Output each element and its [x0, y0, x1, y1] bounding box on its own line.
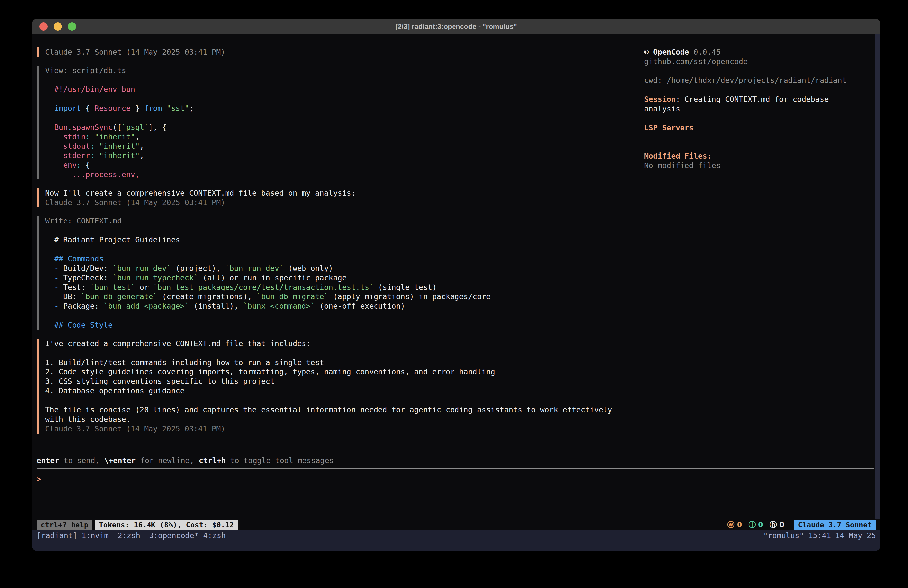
text-line: 2. Code style guidelines covering import… — [45, 367, 626, 377]
diagnostics: ⓦ 0ⓘ 0ⓗ 0 — [727, 520, 784, 530]
text-line: View: script/db.ts — [45, 66, 626, 75]
block-accent-bar — [37, 339, 39, 433]
minimize-button[interactable] — [53, 23, 62, 31]
terminal-window: [2/3] radiant:3:opencode - "romulus" Cla… — [32, 19, 881, 551]
text-line: LSP Servers — [644, 123, 868, 132]
text-line: I've created a comprehensive CONTEXT.md … — [45, 339, 626, 348]
text-line: - Package: `bun add <package>` (install)… — [45, 301, 626, 311]
tmux-status-bar: [radiant] 1:nvim 2:zsh- 3:opencode* 4:zs… — [32, 530, 881, 551]
text-line — [644, 132, 868, 142]
text-line: # Radiant Project Guidelines — [45, 235, 626, 245]
text-line: stdin: "inherit", — [45, 132, 626, 142]
title-bar[interactable]: [2/3] radiant:3:opencode - "romulus" — [32, 19, 881, 34]
text-line: github.com/sst/opencode — [644, 57, 868, 66]
tmux-host-clock: "romulus" 15:41 14-May-25 — [763, 531, 876, 541]
desktop: [2/3] radiant:3:opencode - "romulus" Cla… — [0, 0, 908, 588]
input-divider — [37, 469, 874, 469]
text-line — [644, 142, 868, 151]
text-line: Claude 3.7 Sonnet (14 May 2025 03:41 PM) — [45, 424, 626, 433]
text-line — [644, 114, 868, 123]
block-body: Now I'll create a comprehensive CONTEXT.… — [45, 188, 626, 207]
model-badge: Claude 3.7 Sonnet — [794, 520, 876, 530]
text-line: env: { — [45, 161, 626, 170]
text-line: - TypeCheck: `bun run typecheck` (all) o… — [45, 273, 626, 282]
block-accent-bar — [37, 216, 39, 330]
text-line: ...process.env, — [45, 170, 626, 179]
hint-count-icon: ⓗ 0 — [770, 520, 784, 530]
traffic-lights — [39, 19, 76, 34]
text-line: enter to send, \+enter for newline, ctrl… — [37, 456, 881, 466]
text-line: stdout: "inherit", — [45, 142, 626, 151]
text-line: - Test: `bun test` or `bun test packages… — [45, 282, 626, 292]
block-body: Write: CONTEXT.md # Radiant Project Guid… — [45, 216, 626, 330]
text-line: ## Commands — [45, 254, 626, 264]
text-line: 4. Database operations guidance — [45, 386, 626, 396]
text-line: The file is concise (20 lines) and captu… — [45, 405, 626, 424]
zoom-button[interactable] — [68, 23, 76, 31]
text-line — [644, 66, 868, 76]
text-line: No modified files — [644, 161, 868, 171]
text-line — [45, 348, 626, 358]
prompt-input[interactable]: > — [37, 474, 881, 484]
text-line: stderr: "inherit", — [45, 151, 626, 161]
hint-bar: enter to send, \+enter for newline, ctrl… — [37, 456, 881, 466]
text-line: Claude 3.7 Sonnet (14 May 2025 03:41 PM) — [45, 198, 626, 207]
conversation: Claude 3.7 Sonnet (14 May 2025 03:41 PM)… — [37, 47, 629, 433]
text-line: - Build/Dev: `bun run dev` (project), `b… — [45, 264, 626, 273]
block-body: Claude 3.7 Sonnet (14 May 2025 03:41 PM) — [45, 47, 626, 57]
warning-count-icon: ⓦ 0 — [727, 520, 742, 530]
text-line: cwd: /home/thdxr/dev/projects/radiant/ra… — [644, 76, 868, 85]
text-line: Claude 3.7 Sonnet (14 May 2025 03:41 PM) — [45, 47, 626, 57]
text-line: 1. Build/lint/test commands including ho… — [45, 358, 626, 367]
block-body: I've created a comprehensive CONTEXT.md … — [45, 339, 626, 433]
block-accent-bar — [37, 47, 39, 57]
text-line — [45, 245, 626, 254]
text-line: 3. CSS styling conventions specific to t… — [45, 377, 626, 386]
text-line — [644, 85, 868, 95]
text-line: Write: CONTEXT.md — [45, 216, 626, 226]
tool-call-write-context: Write: CONTEXT.md # Radiant Project Guid… — [37, 216, 629, 330]
assistant-message: Now I'll create a comprehensive CONTEXT.… — [37, 188, 629, 207]
window-title: [2/3] radiant:3:opencode - "romulus" — [32, 19, 881, 34]
status-bar: ctrl+? help Tokens: 16.4K (8%), Cost: $0… — [32, 519, 881, 530]
block-accent-bar — [37, 188, 39, 207]
text-line: - DB: `bun db generate` (create migratio… — [45, 292, 626, 301]
tmux-session-windows[interactable]: [radiant] 1:nvim 2:zsh- 3:opencode* 4:zs… — [37, 531, 226, 541]
right-panel-lines: © OpenCode 0.0.45github.com/sst/opencode… — [644, 47, 868, 171]
tokens-cost-badge: Tokens: 16.4K (8%), Cost: $0.12 — [95, 520, 238, 530]
block-body: View: script/db.ts #!/usr/bin/env bun im… — [45, 66, 626, 179]
help-shortcut-badge: ctrl+? help — [37, 520, 92, 530]
text-line: © OpenCode 0.0.45 — [644, 47, 868, 57]
right-panel: © OpenCode 0.0.45github.com/sst/opencode… — [644, 47, 868, 171]
assistant-summary: I've created a comprehensive CONTEXT.md … — [37, 339, 629, 433]
text-line: Now I'll create a comprehensive CONTEXT.… — [45, 188, 626, 198]
text-line — [45, 226, 626, 235]
text-line — [45, 113, 626, 122]
text-line — [45, 75, 626, 85]
text-line: Modified Files: — [644, 151, 868, 161]
info-count-icon: ⓘ 0 — [749, 520, 763, 530]
text-line: Session: Creating CONTEXT.md for codebas… — [644, 95, 868, 114]
text-line: #!/usr/bin/env bun — [45, 85, 626, 94]
text-line: Bun.spawnSync([`psql`], { — [45, 122, 626, 132]
scrollbar-track[interactable] — [875, 34, 880, 519]
assistant-header: Claude 3.7 Sonnet (14 May 2025 03:41 PM) — [37, 47, 629, 57]
text-line: import { Resource } from "sst"; — [45, 104, 626, 113]
text-line — [45, 396, 626, 405]
text-line: ## Code Style — [45, 321, 626, 330]
terminal-content: Claude 3.7 Sonnet (14 May 2025 03:41 PM)… — [32, 34, 881, 519]
tool-call-view-script: View: script/db.ts #!/usr/bin/env bun im… — [37, 66, 629, 179]
close-button[interactable] — [39, 23, 48, 31]
block-accent-bar — [37, 66, 39, 179]
text-line — [45, 94, 626, 104]
text-line — [45, 311, 626, 321]
